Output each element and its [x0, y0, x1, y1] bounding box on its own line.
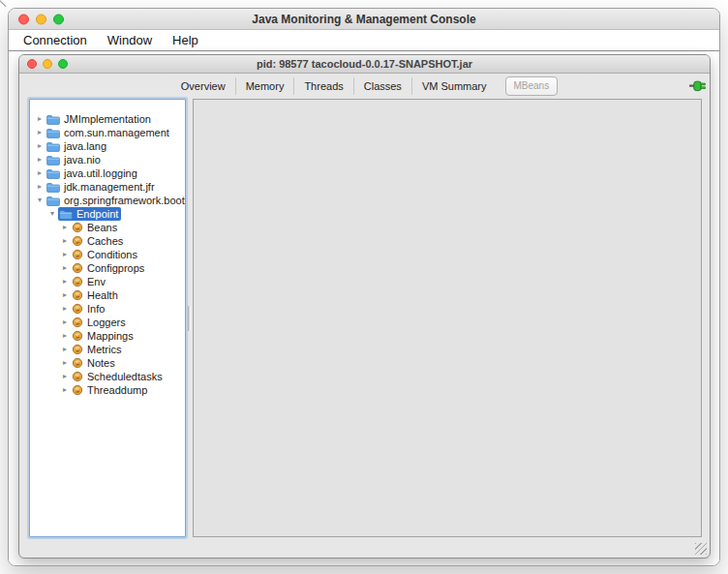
expand-toggle-icon[interactable]: ▸: [59, 329, 71, 343]
inner-zoom-button[interactable]: [58, 59, 68, 69]
tree-node-label: jdk.management.jfr: [64, 181, 155, 193]
desktop-area: pid: 98577 tacocloud-0.0.17-SNAPSHOT.jar…: [9, 51, 719, 565]
expand-toggle-icon[interactable]: ▸: [34, 139, 46, 153]
tree-node-label: org.springframework.boot: [64, 195, 185, 206]
tree-node-body[interactable]: java.lang: [46, 139, 109, 153]
tree-node-body[interactable]: org.springframework.boot: [46, 194, 186, 207]
tree-node-com-sun-management[interactable]: ▸com.sun.management: [30, 126, 185, 139]
menu-connection[interactable]: Connection: [23, 33, 87, 47]
tree-node-label: JMImplementation: [64, 113, 151, 125]
window-titlebar[interactable]: Java Monitoring & Management Console: [9, 9, 719, 30]
tree-node-label: Scheduledtasks: [87, 371, 163, 382]
mbean-icon: [72, 289, 83, 301]
collapse-toggle-icon[interactable]: ▾: [46, 207, 58, 221]
tree-node-body[interactable]: Notes: [71, 356, 118, 370]
tree-node-env[interactable]: ▸Env: [30, 275, 185, 288]
mbean-tree[interactable]: ▸JMImplementation▸com.sun.management▸jav…: [29, 99, 186, 537]
tree-node-label: Conditions: [87, 249, 137, 260]
tree-node-body[interactable]: Caches: [71, 234, 126, 248]
tree-node-body[interactable]: Metrics: [71, 343, 124, 356]
expand-toggle-icon[interactable]: ▸: [34, 112, 46, 126]
menu-help[interactable]: Help: [172, 33, 198, 47]
tree-node-body[interactable]: Threaddump: [71, 383, 150, 397]
tree-node-label: Endpoint: [76, 208, 118, 220]
tab-threads[interactable]: Threads: [293, 77, 352, 95]
mbean-icon: [72, 330, 83, 342]
expand-toggle-icon[interactable]: ▸: [34, 153, 46, 166]
tree-node-body[interactable]: java.nio: [46, 153, 104, 166]
connection-window-titlebar[interactable]: pid: 98577 tacocloud-0.0.17-SNAPSHOT.jar: [19, 55, 710, 74]
expand-toggle-icon[interactable]: ▸: [59, 261, 71, 275]
expand-toggle-icon[interactable]: ▸: [59, 383, 71, 397]
tree-node-configprops[interactable]: ▸Configprops: [30, 261, 185, 275]
tree-node-java-lang[interactable]: ▸java.lang: [30, 139, 185, 153]
tree-node-notes[interactable]: ▸Notes: [30, 356, 185, 370]
expand-toggle-icon[interactable]: ▸: [34, 180, 46, 194]
tree-node-body[interactable]: Mappings: [71, 329, 136, 343]
tree-node-body[interactable]: Beans: [71, 221, 120, 234]
tree-node-label: Health: [87, 289, 118, 301]
expand-toggle-icon[interactable]: ▸: [59, 343, 71, 356]
folder-icon: [46, 196, 60, 206]
inner-minimize-button[interactable]: [43, 59, 52, 69]
tree-node-caches[interactable]: ▸Caches: [30, 234, 185, 248]
tree-node-java-util-logging[interactable]: ▸java.util.logging: [30, 166, 185, 180]
tree-node-health[interactable]: ▸Health: [30, 288, 185, 302]
tree-node-label: Configprops: [87, 262, 144, 274]
tree-node-org-springframework-boot[interactable]: ▾org.springframework.boot: [30, 194, 185, 207]
tree-node-loggers[interactable]: ▸Loggers: [30, 316, 185, 329]
tree-node-body[interactable]: Scheduledtasks: [71, 370, 166, 383]
tree-node-body[interactable]: Env: [71, 275, 108, 288]
tab-classes[interactable]: Classes: [353, 77, 411, 95]
zoom-button[interactable]: [53, 14, 64, 24]
folder-icon: [46, 155, 60, 166]
tree-node-metrics[interactable]: ▸Metrics: [30, 343, 185, 356]
tree-node-body[interactable]: com.sun.management: [46, 126, 172, 139]
expand-toggle-icon[interactable]: ▸: [59, 234, 71, 248]
tree-node-threaddump[interactable]: ▸Threaddump: [30, 383, 185, 397]
tree-node-body[interactable]: JMImplementation: [46, 112, 154, 126]
tree-node-body[interactable]: Configprops: [71, 261, 147, 275]
tree-node-endpoint[interactable]: ▾Endpoint: [30, 207, 185, 221]
collapse-toggle-icon[interactable]: ▾: [34, 194, 46, 207]
split-pane-divider[interactable]: [186, 99, 193, 537]
tree-node-body[interactable]: Endpoint: [58, 207, 121, 221]
statusbar: [19, 537, 710, 558]
tree-node-mappings[interactable]: ▸Mappings: [30, 329, 185, 343]
tree-node-info[interactable]: ▸Info: [30, 302, 185, 316]
tree-node-conditions[interactable]: ▸Conditions: [30, 248, 185, 261]
inner-close-button[interactable]: [27, 59, 37, 69]
expand-toggle-icon[interactable]: ▸: [34, 166, 46, 180]
tree-node-body[interactable]: Conditions: [71, 248, 140, 261]
resize-grip-icon[interactable]: [695, 543, 707, 555]
tree-node-scheduledtasks[interactable]: ▸Scheduledtasks: [30, 370, 185, 383]
expand-toggle-icon[interactable]: ▸: [34, 126, 46, 139]
tree-node-beans[interactable]: ▸Beans: [30, 221, 185, 234]
tree-node-body[interactable]: Info: [71, 302, 107, 316]
tree-node-java-nio[interactable]: ▸java.nio: [30, 153, 185, 166]
tree-node-jdk-management-jfr[interactable]: ▸jdk.management.jfr: [30, 180, 185, 194]
minimize-button[interactable]: [36, 14, 46, 24]
tree-node-jmimplementation[interactable]: ▸JMImplementation: [30, 112, 185, 126]
tree-node-body[interactable]: Health: [71, 288, 121, 302]
expand-toggle-icon[interactable]: ▸: [59, 248, 71, 261]
close-button[interactable]: [18, 14, 29, 24]
mbean-icon: [72, 222, 83, 233]
menu-window[interactable]: Window: [107, 33, 152, 47]
expand-toggle-icon[interactable]: ▸: [59, 316, 71, 329]
tab-mbeans[interactable]: MBeans: [505, 76, 559, 96]
tree-node-body[interactable]: Loggers: [71, 316, 129, 329]
tree-node-label: Env: [87, 276, 106, 287]
tab-vm-summary[interactable]: VM Summary: [411, 77, 497, 95]
tree-node-body[interactable]: jdk.management.jfr: [46, 180, 158, 194]
expand-toggle-icon[interactable]: ▸: [59, 275, 71, 288]
expand-toggle-icon[interactable]: ▸: [59, 288, 71, 302]
splitter-grip-icon[interactable]: [188, 306, 191, 331]
tab-memory[interactable]: Memory: [235, 77, 294, 95]
expand-toggle-icon[interactable]: ▸: [59, 221, 71, 234]
tree-node-body[interactable]: java.util.logging: [46, 166, 140, 180]
expand-toggle-icon[interactable]: ▸: [59, 302, 71, 316]
tab-overview[interactable]: Overview: [171, 77, 235, 95]
expand-toggle-icon[interactable]: ▸: [59, 356, 71, 370]
expand-toggle-icon[interactable]: ▸: [59, 370, 71, 383]
